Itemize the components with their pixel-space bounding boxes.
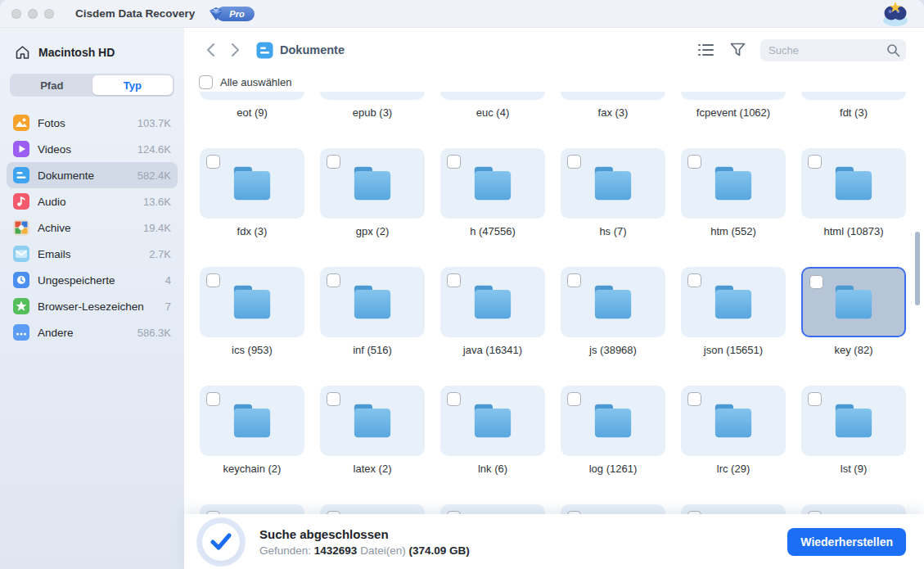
file-grid-viewport: eot (9) epub (3) euc (4)	[184, 92, 924, 514]
minimize-window-button[interactable]	[28, 9, 38, 19]
search-input[interactable]	[760, 39, 906, 61]
tile-checkbox[interactable]	[206, 273, 220, 287]
folder-tile-fcpevent[interactable]	[681, 92, 786, 100]
tile-checkbox[interactable]	[447, 392, 461, 406]
sidebar-item-count: 582.4K	[137, 169, 171, 182]
file-type-cell-empty	[440, 504, 545, 514]
tile-checkbox[interactable]	[808, 155, 822, 169]
folder-tile-h[interactable]	[440, 148, 545, 219]
file-type-cell-latex: latex (2)	[320, 386, 425, 504]
tile-checkbox[interactable]	[447, 273, 461, 287]
folder-tile-fdx[interactable]	[200, 148, 304, 219]
search-box	[760, 39, 906, 61]
status-text: Suche abgeschlossen Gefunden: 1432693 Da…	[259, 527, 470, 557]
breadcrumb: Dokumente	[280, 43, 345, 56]
back-button[interactable]	[202, 42, 219, 58]
folder-tile-gpx[interactable]	[320, 148, 425, 219]
tile-checkbox[interactable]	[687, 155, 701, 169]
folder-tile-lrc[interactable]	[681, 386, 786, 456]
folder-tile-ics[interactable]	[200, 267, 304, 337]
folder-tile-html[interactable]	[801, 148, 906, 219]
sidebar-item-achive[interactable]: Achive 19.4K	[7, 215, 178, 241]
folder-tile-htm[interactable]	[681, 148, 786, 219]
file-type-cell-empty	[200, 504, 304, 514]
filter-button[interactable]	[729, 42, 746, 58]
folder-tile-eot[interactable]	[200, 92, 304, 100]
sidebar-item-audio[interactable]: Audio 13.6K	[7, 188, 178, 215]
folder-tile-keychain[interactable]	[200, 386, 304, 456]
tile-checkbox[interactable]	[687, 273, 701, 287]
folder-tile-inf[interactable]	[320, 267, 425, 337]
documents-icon	[13, 167, 29, 183]
tile-checkbox[interactable]	[327, 155, 340, 169]
tile-checkbox[interactable]	[567, 155, 581, 169]
tile-checkbox[interactable]	[327, 392, 340, 406]
other-icon	[13, 324, 29, 341]
folder-tile-java[interactable]	[440, 267, 545, 337]
folder-icon	[588, 400, 638, 441]
sidebar-item-fotos[interactable]: Fotos 103.7K	[7, 110, 178, 136]
sidebar-item-count: 13.6K	[143, 196, 171, 208]
tile-checkbox[interactable]	[327, 273, 340, 287]
tile-checkbox[interactable]	[687, 392, 701, 406]
folder-tile-fdt[interactable]	[801, 92, 906, 100]
device-label: Macintosh HD	[38, 46, 115, 59]
forward-button[interactable]	[227, 42, 243, 58]
tab-pfad[interactable]: Pfad	[11, 75, 92, 95]
folder-tile-log[interactable]	[561, 386, 665, 456]
sidebar-item-browser-lesezeichen[interactable]: Browser-Lesezeichen 7	[7, 293, 178, 319]
folder-tile-json[interactable]	[681, 267, 786, 337]
list-view-button[interactable]	[698, 42, 714, 58]
folder-icon	[588, 282, 638, 323]
zoom-window-button[interactable]	[44, 9, 54, 19]
device-row[interactable]: Macintosh HD	[0, 39, 184, 65]
folder-tile-euc[interactable]	[440, 92, 545, 100]
folder-tile-empty[interactable]	[801, 504, 906, 514]
folder-tile-fax[interactable]	[561, 92, 665, 100]
tile-checkbox[interactable]	[809, 275, 823, 289]
archive-icon	[13, 219, 29, 236]
found-middle: Datei(en)	[357, 544, 408, 557]
select-all-checkbox[interactable]	[199, 75, 213, 89]
folder-tile-lst[interactable]	[801, 386, 906, 456]
sidebar-item-ungespeicherte[interactable]: Ungespeicherte 4	[7, 267, 178, 293]
file-type-cell-empty	[561, 504, 665, 514]
tile-checkbox[interactable]	[808, 392, 822, 406]
tile-label: java (16341)	[440, 344, 545, 356]
vertical-scrollbar-thumb[interactable]	[915, 232, 920, 305]
window-title: Cisdem Data Recovery	[75, 7, 195, 20]
sidebar-item-emails[interactable]: Emails 2.7K	[7, 241, 178, 267]
folder-tile-empty[interactable]	[200, 504, 304, 514]
sidebar-item-videos[interactable]: Videos 124.6K	[7, 136, 178, 162]
recover-button[interactable]: Wiederherstellen	[787, 528, 906, 556]
tile-checkbox[interactable]	[447, 155, 461, 169]
sidebar-item-dokumente[interactable]: Dokumente 582.4K	[7, 162, 178, 188]
folder-tile-key[interactable]	[801, 267, 906, 337]
folder-tile-epub[interactable]	[320, 92, 425, 100]
folder-tile-empty[interactable]	[320, 504, 425, 514]
folder-tile-empty[interactable]	[681, 504, 786, 514]
folder-tile-lnk[interactable]	[440, 386, 545, 456]
sidebar-item-andere[interactable]: Andere 586.3K	[7, 319, 178, 345]
search-icon	[886, 43, 900, 57]
tile-checkbox[interactable]	[567, 392, 581, 406]
tile-label: gpx (2)	[320, 225, 425, 237]
close-window-button[interactable]	[11, 9, 21, 19]
folder-tile-hs[interactable]	[561, 148, 665, 219]
pro-badge: Pro	[206, 6, 254, 22]
mascot-avatar[interactable]	[880, 1, 911, 27]
tile-checkbox[interactable]	[206, 392, 220, 406]
folder-tile-empty[interactable]	[440, 504, 545, 514]
status-subtitle: Gefunden: 1432693 Datei(en) (374.09 GB)	[259, 544, 470, 557]
tile-checkbox[interactable]	[567, 273, 581, 287]
tile-checkbox[interactable]	[206, 155, 220, 169]
tile-label: epub (3)	[320, 106, 425, 119]
tab-typ[interactable]: Typ	[92, 75, 174, 95]
file-type-cell-euc: euc (4)	[440, 92, 545, 148]
search-complete-badge	[202, 523, 240, 561]
folder-tile-empty[interactable]	[561, 504, 665, 514]
folder-tile-latex[interactable]	[320, 386, 425, 456]
folder-tile-js[interactable]	[561, 267, 665, 337]
chevron-left-icon	[206, 43, 215, 57]
folder-icon	[347, 163, 398, 204]
